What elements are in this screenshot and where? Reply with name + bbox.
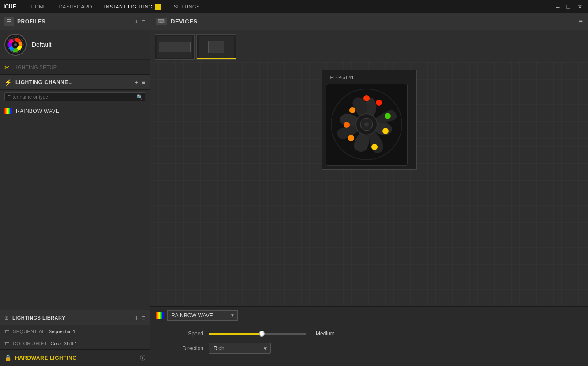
filter-input[interactable]: [4, 92, 145, 101]
right-panel-inner: ⌨ DEVICES ≡: [150, 13, 588, 366]
hw-label: HARDWARE LIGHTING: [15, 355, 77, 361]
library-item-sequential[interactable]: ⇄ SEQUENTIAL Sequential 1: [0, 325, 150, 337]
svg-point-9: [363, 95, 370, 101]
channel-add-button[interactable]: +: [135, 79, 138, 86]
nav-items: HOME DASHBOARD INSTANT LIGHTING SETTINGS: [25, 0, 554, 13]
svg-point-12: [385, 113, 391, 119]
device-visualization: LED Port #1: [150, 61, 588, 306]
lighting-item-label: RAINBOW WAVE: [16, 108, 59, 114]
devices-header: ⌨ DEVICES ≡: [150, 13, 588, 30]
device-thumb-inner-1: [157, 36, 192, 58]
devices-icon: ⌨: [156, 18, 167, 25]
svg-point-11: [349, 107, 355, 113]
channel-label: LIGHTING CHANNEL: [15, 79, 72, 85]
profiles-add-button[interactable]: +: [135, 18, 138, 25]
profiles-header: ☰ PROFILES + ≡: [0, 13, 150, 30]
effect-select-wrapper: RAINBOW WAVE COLOR SHIFT COLOR PULSE STA…: [156, 310, 238, 321]
effect-rainbow-icon: [156, 312, 164, 319]
app-name: iCUE: [4, 4, 16, 10]
profile-name: Default: [32, 41, 51, 48]
hw-left: 🔒 HARDWARE LIGHTING: [4, 354, 77, 361]
profiles-menu-button[interactable]: ≡: [142, 18, 145, 25]
hardware-lighting-footer: 🔒 HARDWARE LIGHTING ⓘ: [0, 349, 150, 366]
maximize-button[interactable]: □: [565, 2, 572, 11]
nav-home[interactable]: HOME: [25, 0, 53, 13]
speed-slider[interactable]: [209, 333, 306, 335]
hw-icon: 🔒: [4, 354, 11, 361]
svg-point-16: [371, 144, 378, 150]
led-port-panel: LED Port #1: [322, 70, 417, 170]
device-thumb-inner-2: [199, 36, 234, 58]
window-controls: – □ ✕: [554, 2, 584, 11]
channel-left: ⚡ LIGHTING CHANNEL: [4, 79, 72, 86]
effect-dropdown-wrap: RAINBOW WAVE COLOR SHIFT COLOR PULSE STA…: [167, 310, 238, 321]
direction-select[interactable]: Right Left Up Down: [209, 343, 271, 354]
speed-value: Medium: [316, 331, 338, 337]
profile-icon: [4, 34, 27, 56]
effect-panel: RAINBOW WAVE COLOR SHIFT COLOR PULSE STA…: [150, 306, 588, 366]
library-icon: ⊞: [4, 315, 9, 321]
channel-menu-button[interactable]: ≡: [142, 79, 145, 86]
colorshift-icon: ⇄: [4, 340, 9, 347]
lighting-channel-header: ⚡ LIGHTING CHANNEL + ≡: [0, 75, 150, 90]
left-panel: ☰ PROFILES + ≡: [0, 13, 150, 366]
effect-controls: Speed Medium Direction Right Left: [150, 324, 588, 366]
minimize-button[interactable]: –: [554, 2, 561, 11]
devices-menu-button[interactable]: ≡: [579, 18, 583, 26]
library-menu-button[interactable]: ≡: [142, 314, 145, 321]
nav-settings[interactable]: SETTINGS: [168, 0, 206, 13]
library-label: LIGHTINGS LIBRARY: [12, 315, 65, 320]
svg-point-13: [344, 122, 350, 128]
close-button[interactable]: ✕: [576, 2, 584, 11]
device-thumb-2[interactable]: [196, 34, 236, 60]
right-panel: ⌨ DEVICES ≡: [150, 13, 588, 366]
profiles-label: PROFILES: [17, 19, 46, 25]
library-actions: + ≡: [135, 314, 145, 321]
nav-dashboard[interactable]: DASHBOARD: [53, 0, 98, 13]
lighting-setup-header: ✂ LIGHTING SETUP: [0, 60, 150, 75]
small-device-shape: [208, 41, 224, 53]
sequential-icon: ⇄: [4, 328, 9, 335]
direction-select-wrap: Right Left Up Down ▼: [209, 343, 271, 354]
sequential-val: Sequential 1: [49, 329, 76, 334]
left-spacer: [0, 118, 150, 310]
hw-info-button[interactable]: ⓘ: [140, 354, 145, 362]
main-layout: ☰ PROFILES + ≡: [0, 13, 588, 366]
nav-instant-lighting[interactable]: INSTANT LIGHTING: [98, 0, 168, 13]
filter-bar: 🔍: [0, 90, 150, 104]
profile-entry-default[interactable]: Default: [0, 30, 150, 60]
devices-label: DEVICES: [171, 18, 198, 25]
library-item-colorshift[interactable]: ⇄ COLOR SHIFT Color Shift 1: [0, 337, 150, 349]
filter-wrap: 🔍: [4, 92, 145, 101]
speed-label: Speed: [172, 331, 203, 337]
library-left: ⊞ LIGHTINGS LIBRARY: [4, 315, 65, 321]
sequential-cat: SEQUENTIAL: [13, 329, 45, 334]
library-add-button[interactable]: +: [135, 314, 138, 321]
profiles-actions: + ≡: [135, 18, 145, 25]
devices-left: ⌨ DEVICES: [156, 18, 198, 25]
effect-header: RAINBOW WAVE COLOR SHIFT COLOR PULSE STA…: [150, 307, 588, 324]
profiles-title-row: ☰ PROFILES: [4, 17, 46, 26]
svg-point-8: [364, 122, 369, 127]
svg-point-15: [348, 135, 354, 141]
svg-point-3: [14, 43, 17, 46]
led-port-title: LED Port #1: [326, 74, 413, 81]
library-section: ⊞ LIGHTINGS LIBRARY + ≡ ⇄ SEQUENTIAL Seq…: [0, 310, 150, 349]
fan-svg: [328, 86, 405, 163]
titlebar: iCUE HOME DASHBOARD INSTANT LIGHTING SET…: [0, 0, 588, 13]
speed-slider-wrap: [209, 333, 306, 335]
lighting-item-rainbow-wave[interactable]: RAINBOW WAVE: [0, 104, 150, 118]
lighting-setup-label: LIGHTING SETUP: [13, 65, 57, 70]
speed-control-row: Speed Medium: [172, 331, 566, 337]
direction-control-row: Direction Right Left Up Down ▼: [172, 343, 566, 354]
tool-icon: ✂: [4, 64, 10, 71]
instant-lighting-dot: [155, 4, 161, 10]
effect-dropdown[interactable]: RAINBOW WAVE COLOR SHIFT COLOR PULSE STA…: [167, 310, 238, 321]
device-thumb-1[interactable]: [155, 34, 195, 60]
lightning-icon: ⚡: [4, 79, 12, 86]
library-header: ⊞ LIGHTINGS LIBRARY + ≡: [0, 310, 150, 325]
colorshift-val: Color Shift 1: [50, 341, 77, 346]
colorshift-cat: COLOR SHIFT: [13, 341, 47, 346]
svg-point-10: [376, 100, 382, 106]
fan-visualization: [326, 84, 408, 166]
